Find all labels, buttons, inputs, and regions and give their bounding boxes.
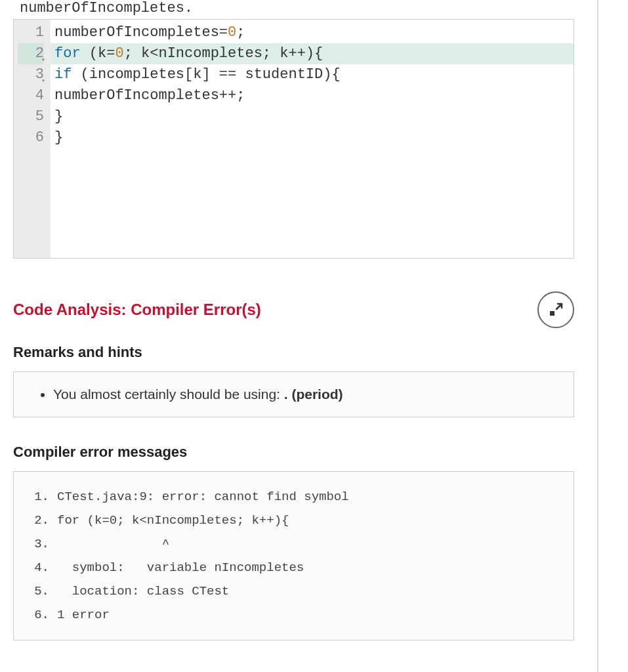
error-line-text: for (k=0; k<nIncompletes; k++){ bbox=[57, 513, 289, 528]
error-line-text: location: class CTest bbox=[57, 584, 229, 598]
code-area[interactable]: numberOfIncompletes=0;for (k=0; k<nIncom… bbox=[51, 20, 574, 258]
error-line: 2.for (k=0; k<nIncompletes; k++){ bbox=[30, 509, 558, 532]
error-line-number: 1. bbox=[30, 485, 49, 509]
error-line-number: 4. bbox=[30, 556, 49, 579]
main-content: numberOfIncompletes. 12▾3▾456 numberOfIn… bbox=[0, 0, 587, 654]
error-line-number: 2. bbox=[30, 509, 49, 532]
remarks-title: Remarks and hints bbox=[13, 344, 574, 361]
problem-snippet-label: numberOfIncompletes. bbox=[13, 0, 574, 16]
analysis-title: Code Analysis: Compiler Error(s) bbox=[13, 301, 261, 319]
hints-box: You almost certainly should be using: . … bbox=[13, 371, 574, 417]
gutter-line: 3▾ bbox=[18, 64, 44, 85]
gutter-line: 4 bbox=[18, 85, 44, 106]
error-line: 3. ^ bbox=[30, 532, 558, 556]
gutter-line: 2▾ bbox=[18, 43, 44, 64]
code-line[interactable]: } bbox=[54, 127, 570, 148]
code-line[interactable]: numberOfIncompletes=0; bbox=[54, 22, 570, 43]
error-line-text: ^ bbox=[57, 537, 169, 551]
error-line-number: 3. bbox=[30, 532, 49, 556]
code-editor[interactable]: 12▾3▾456 numberOfIncompletes=0;for (k=0;… bbox=[13, 19, 574, 259]
error-line: 4. symbol: variable nIncompletes bbox=[30, 556, 558, 579]
panel-divider bbox=[597, 0, 598, 654]
compiler-error-box: 1.CTest.java:9: error: cannot find symbo… bbox=[13, 471, 574, 640]
expand-icon bbox=[548, 302, 564, 318]
error-line-text: CTest.java:9: error: cannot find symbol bbox=[57, 490, 349, 504]
code-gutter: 12▾3▾456 bbox=[14, 20, 51, 258]
error-line-number: 6. bbox=[30, 603, 49, 627]
compiler-errors-title: Compiler error messages bbox=[13, 444, 574, 461]
expand-button[interactable] bbox=[537, 291, 574, 328]
svg-rect-0 bbox=[550, 311, 555, 316]
error-line-text: symbol: variable nIncompletes bbox=[57, 560, 304, 575]
error-line: 6.1 error bbox=[30, 603, 558, 627]
error-line-text: 1 error bbox=[57, 608, 110, 622]
gutter-line: 6 bbox=[18, 127, 44, 148]
gutter-line: 1 bbox=[18, 22, 44, 43]
analysis-header: Code Analysis: Compiler Error(s) bbox=[13, 291, 574, 328]
code-line[interactable]: } bbox=[54, 106, 570, 127]
error-line: 1.CTest.java:9: error: cannot find symbo… bbox=[30, 485, 558, 509]
code-line[interactable]: if (incompletes[k] == studentID){ bbox=[54, 64, 570, 85]
gutter-line: 5 bbox=[18, 106, 44, 127]
error-line: 5. location: class CTest bbox=[30, 579, 558, 603]
code-line[interactable]: numberOfIncompletes++; bbox=[54, 85, 570, 106]
hint-item: You almost certainly should be using: . … bbox=[53, 384, 560, 405]
hint-bold: . (period) bbox=[284, 387, 343, 402]
error-line-number: 5. bbox=[30, 579, 49, 603]
hint-text: You almost certainly should be using: bbox=[53, 387, 284, 402]
